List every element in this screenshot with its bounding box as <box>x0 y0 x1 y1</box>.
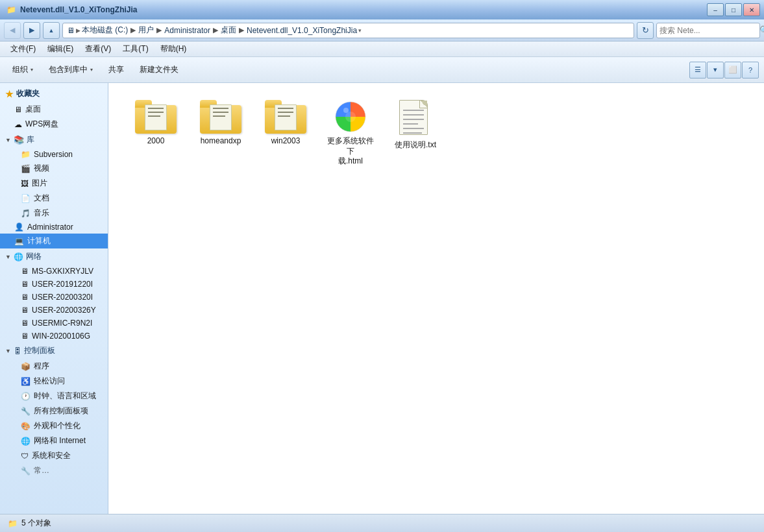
controlpanel-label: 控制面板 <box>24 345 55 356</box>
sidebar-item-usermic[interactable]: 🖥 USERMIC-R9N2I <box>0 317 108 330</box>
sidebar-item-syssec[interactable]: 🛡 系统和安全 <box>0 448 108 463</box>
refresh-button[interactable]: ↻ <box>637 22 654 39</box>
favorites-label: 收藏夹 <box>16 88 40 99</box>
sidebar-item-subversion[interactable]: 📁 Subversion <box>0 148 108 161</box>
sidebar-item-win2020[interactable]: 🖥 WIN-20200106G <box>0 330 108 343</box>
sidebar-item-wps[interactable]: ☁ WPS网盘 <box>0 117 108 132</box>
breadcrumb-sep2: ▶ <box>156 26 162 34</box>
maximize-button[interactable]: □ <box>725 3 742 16</box>
title-bar: 📁 Netevent.dll_V1.0_XiTongZhiJia – □ ✕ <box>0 0 764 19</box>
subversion-icon: 📁 <box>21 150 31 159</box>
minimize-button[interactable]: – <box>707 3 724 16</box>
view-dropdown-button[interactable]: ▾ <box>707 62 724 79</box>
programs-icon: 📦 <box>21 362 31 371</box>
help-button[interactable]: ? <box>742 62 759 79</box>
sidebar-item-more-label: 常… <box>34 465 49 476</box>
sidebar-item-more[interactable]: 🔧 常… <box>0 463 108 478</box>
breadcrumb-icon: 🖥 <box>67 26 75 35</box>
view-list-button[interactable]: ☰ <box>689 62 706 79</box>
sidebar-item-netinternet[interactable]: 🌐 网络和 Internet <box>0 433 108 448</box>
menu-tools[interactable]: 工具(T) <box>117 42 153 56</box>
sidebar-item-wps-label: WPS网盘 <box>25 119 58 130</box>
title-bar-title: 📁 Netevent.dll_V1.0_XiTongZhiJia <box>6 5 138 14</box>
sidebar-favorites-header[interactable]: ★ 收藏夹 <box>0 86 108 102</box>
menu-view[interactable]: 查看(V) <box>80 42 116 56</box>
menu-edit[interactable]: 编辑(E) <box>42 42 79 56</box>
organize-button[interactable]: 组织 ▾ <box>5 60 40 80</box>
sidebar-item-admin[interactable]: 👤 Administrator <box>0 221 108 234</box>
close-button[interactable]: ✕ <box>743 3 760 16</box>
sidebar-item-user-2020a[interactable]: 🖥 USER-20200320I <box>0 291 108 304</box>
sidebar-item-clock-label: 时钟、语言和区域 <box>34 391 96 402</box>
list-item[interactable]: homeandxp <box>191 96 250 171</box>
sidebar-wrapper: ★ 收藏夹 🖥 桌面 ☁ WPS网盘 ▼ 📚 库 📁 Su <box>0 83 114 514</box>
breadcrumb-arrow: ▶ <box>76 27 80 34</box>
organize-dropdown-arrow: ▾ <box>31 67 33 73</box>
access-icon: ♿ <box>21 377 31 386</box>
sidebar-item-docs[interactable]: 📄 文档 <box>0 191 108 206</box>
folder-homeandxp-icon <box>200 100 241 134</box>
sidebar-item-music-label: 音乐 <box>34 208 49 219</box>
preview-pane-button[interactable]: ⬜ <box>724 62 741 79</box>
sidebar-item-programs[interactable]: 📦 程序 <box>0 359 108 374</box>
breadcrumb-dropdown-arrow[interactable]: ▾ <box>358 27 362 34</box>
docs-icon: 📄 <box>21 194 31 203</box>
new-folder-button[interactable]: 新建文件夹 <box>132 60 186 80</box>
main-area: ★ 收藏夹 🖥 桌面 ☁ WPS网盘 ▼ 📚 库 📁 Su <box>0 83 764 514</box>
library-arrow: ▼ <box>5 137 11 143</box>
search-input[interactable] <box>659 26 757 35</box>
breadcrumb-drive: 本地磁盘 (C:) <box>82 25 128 36</box>
sidebar-item-clock[interactable]: 🕐 时钟、语言和区域 <box>0 389 108 404</box>
favorites-icon: ★ <box>5 89 14 99</box>
list-item[interactable]: 更多系统软件下 载.html <box>321 96 380 171</box>
sidebar-item-computer[interactable]: 💻 计算机 <box>0 234 108 248</box>
folder-win2003-label: win2003 <box>271 136 301 147</box>
sidebar-item-music[interactable]: 🎵 音乐 <box>0 206 108 221</box>
sidebar-item-video-label: 视频 <box>34 163 49 174</box>
sidebar-network-header[interactable]: ▼ 🌐 网络 <box>0 248 108 265</box>
sidebar-item-ms-gxk-label: MS-GXKIXRYJLV <box>32 267 93 276</box>
forward-button[interactable]: ▶ <box>23 22 40 39</box>
sidebar-item-appearance[interactable]: 🎨 外观和个性化 <box>0 418 108 433</box>
sidebar-item-access[interactable]: ♿ 轻松访问 <box>0 374 108 389</box>
sidebar-item-user-2020b[interactable]: 🖥 USER-20200326Y <box>0 304 108 317</box>
up-button[interactable]: ▲ <box>43 22 60 39</box>
view-controls: ☰ ▾ ⬜ ? <box>689 62 759 79</box>
desktop-icon: 🖥 <box>14 105 22 114</box>
sidebar-item-user-2019-label: USER-20191220I <box>32 280 93 289</box>
search-bar: 🔍 <box>656 23 760 38</box>
folder-2000-label: 2000 <box>147 136 165 147</box>
music-icon: 🎵 <box>21 209 31 218</box>
ms-gxk-icon: 🖥 <box>21 267 29 276</box>
include-button[interactable]: 包含到库中 ▾ <box>42 60 100 80</box>
list-item[interactable]: 使用说明.txt <box>386 96 445 171</box>
share-button[interactable]: 共享 <box>101 60 131 80</box>
sidebar-controlpanel-header[interactable]: ▼ 🎛 控制面板 <box>0 343 108 359</box>
list-item[interactable]: 2000 <box>127 96 185 171</box>
sidebar-item-video[interactable]: 🎬 视频 <box>0 161 108 176</box>
menu-help[interactable]: 帮助(H) <box>155 42 192 56</box>
folder-title-icon: 📁 <box>6 5 16 14</box>
list-item[interactable]: win2003 <box>256 96 315 171</box>
sidebar-library-header[interactable]: ▼ 📚 库 <box>0 132 108 148</box>
html-file-label: 更多系统软件下 载.html <box>324 136 377 167</box>
txt-file-label: 使用说明.txt <box>395 140 436 151</box>
breadcrumb-admin: Administrator <box>164 26 210 35</box>
breadcrumb-folder: Netevent.dll_V1.0_XiTongZhiJia <box>247 26 357 35</box>
breadcrumb-users: 用户 <box>138 25 154 36</box>
include-dropdown-arrow: ▾ <box>90 67 93 73</box>
admin-icon: 👤 <box>14 223 24 232</box>
sidebar-item-allpanel[interactable]: 🔧 所有控制面板项 <box>0 404 108 418</box>
sidebar-item-pictures[interactable]: 🖼 图片 <box>0 176 108 191</box>
breadcrumb[interactable]: 🖥 ▶ 本地磁盘 (C:) ▶ 用户 ▶ Administrator ▶ 桌面 … <box>62 23 634 38</box>
toolbar: 组织 ▾ 包含到库中 ▾ 共享 新建文件夹 ☰ ▾ ⬜ ? <box>0 57 764 83</box>
search-icon[interactable]: 🔍 <box>759 25 764 35</box>
back-button[interactable]: ◀ <box>4 22 21 39</box>
sidebar-item-user-2019[interactable]: 🖥 USER-20191220I <box>0 278 108 291</box>
menu-file[interactable]: 文件(F) <box>5 42 41 56</box>
sidebar-item-appearance-label: 外观和个性化 <box>34 420 80 431</box>
pictures-icon: 🖼 <box>21 179 29 188</box>
sidebar-item-ms-gxk[interactable]: 🖥 MS-GXKIXRYJLV <box>0 265 108 278</box>
usermic-icon: 🖥 <box>21 319 29 328</box>
sidebar-item-desktop[interactable]: 🖥 桌面 <box>0 102 108 117</box>
